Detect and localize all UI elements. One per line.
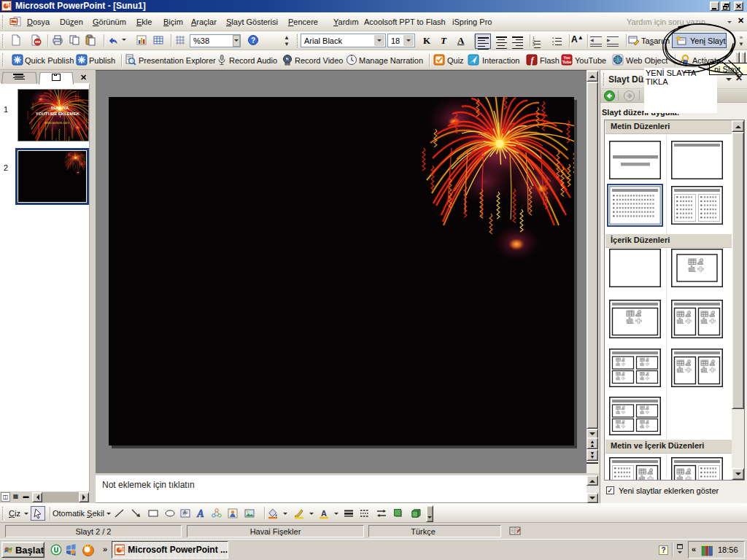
svg-text:?: ? — [251, 36, 255, 44]
svg-text:A: A — [321, 509, 327, 518]
svg-text:A: A — [196, 508, 204, 519]
svg-text:A: A — [183, 510, 187, 515]
svg-text:Tube: Tube — [562, 60, 572, 64]
svg-text:YOUTUBE EKLEMEK: YOUTUBE EKLEMEK — [36, 112, 80, 116]
svg-text:www.sunum.com: www.sunum.com — [44, 121, 69, 125]
svg-text:SUNUYA: SUNUYA — [51, 106, 69, 110]
svg-text:You: You — [563, 55, 570, 60]
